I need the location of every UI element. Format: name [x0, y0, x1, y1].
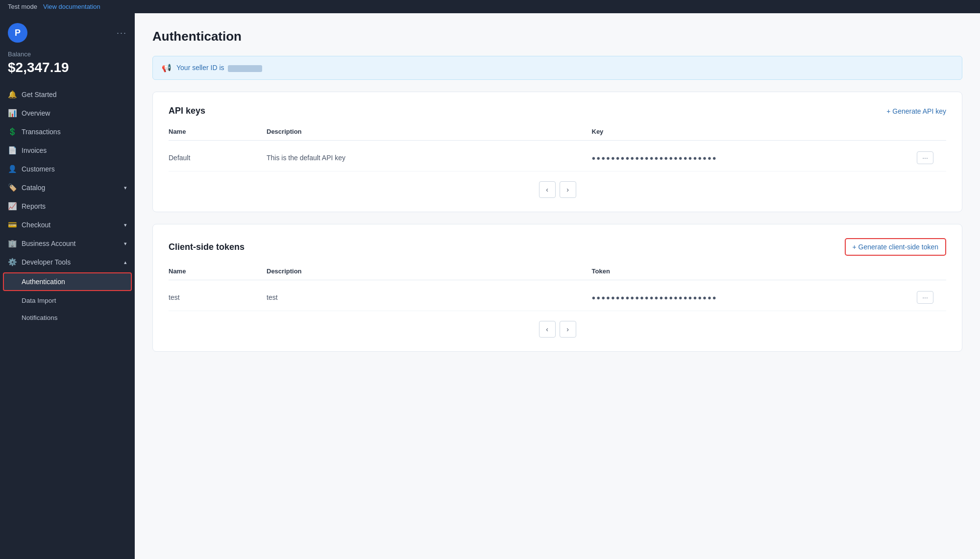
sidebar-item-label: Checkout: [22, 221, 50, 229]
client-token-more-button[interactable]: ···: [917, 291, 933, 304]
developer-tools-icon: ⚙️: [8, 258, 17, 267]
api-key-more-button[interactable]: ···: [917, 151, 933, 164]
client-tokens-header: Client-side tokens + Generate client-sid…: [169, 238, 946, 256]
api-key-row: Default This is the default API key ●●●●…: [169, 145, 946, 171]
sidebar-item-developer-tools[interactable]: ⚙️ Developer Tools ▴: [0, 253, 135, 271]
api-keys-pagination: ‹ ›: [169, 181, 946, 198]
sidebar-item-label: Business Account: [22, 240, 76, 247]
client-token-row: test test ●●●●●●●●●●●●●●●●●●●●●●●●●● ···: [169, 284, 946, 311]
col-name-header: Name: [169, 267, 267, 275]
client-tokens-table-header: Name Description Token: [169, 267, 946, 280]
balance-label: Balance: [8, 50, 127, 58]
chevron-down-icon: ▾: [124, 222, 127, 228]
sidebar-more-button[interactable]: ···: [117, 28, 127, 38]
sidebar-item-label: Overview: [22, 109, 50, 117]
api-keys-title: API keys: [169, 106, 205, 116]
test-mode-label: Test mode: [8, 3, 37, 10]
sidebar-item-get-started[interactable]: 🔔 Get Started: [0, 85, 135, 104]
sidebar-item-overview[interactable]: 📊 Overview: [0, 104, 135, 122]
sidebar-item-business-account[interactable]: 🏢 Business Account ▾: [0, 234, 135, 253]
balance-amount: $2,347.19: [8, 60, 127, 75]
balance-section: Balance $2,347.19: [0, 50, 135, 85]
catalog-icon: 🏷️: [8, 183, 17, 192]
generate-api-key-button[interactable]: + Generate API key: [886, 107, 946, 115]
business-account-icon: 🏢: [8, 239, 17, 248]
sidebar-item-label: Developer Tools: [22, 258, 71, 266]
col-description-header: Description: [267, 128, 592, 135]
col-name-header: Name: [169, 128, 267, 135]
sidebar-item-notifications[interactable]: Notifications: [0, 309, 135, 326]
client-tokens-card: Client-side tokens + Generate client-sid…: [152, 224, 962, 352]
sidebar-item-reports[interactable]: 📈 Reports: [0, 197, 135, 216]
checkout-icon: 💳: [8, 220, 17, 229]
next-page-button[interactable]: ›: [560, 181, 576, 198]
top-bar: Test mode View documentation: [0, 0, 980, 13]
api-key-name: Default: [169, 154, 267, 162]
notifications-label: Notifications: [22, 314, 58, 321]
chevron-up-icon: ▴: [124, 259, 127, 266]
generate-client-token-button[interactable]: + Generate client-side token: [845, 238, 947, 256]
sidebar-item-label: Customers: [22, 165, 55, 173]
view-docs-link[interactable]: View documentation: [43, 3, 100, 10]
sidebar-item-label: Get Started: [22, 91, 57, 98]
seller-id-banner: 📢 Your seller ID is: [152, 56, 962, 80]
client-token-value: ●●●●●●●●●●●●●●●●●●●●●●●●●●: [592, 294, 917, 301]
client-token-name: test: [169, 293, 267, 301]
data-import-label: Data Import: [22, 297, 56, 304]
sidebar-item-customers[interactable]: 👤 Customers: [0, 160, 135, 178]
col-key-header: Key: [592, 128, 917, 135]
sidebar-item-checkout[interactable]: 💳 Checkout ▾: [0, 216, 135, 234]
sidebar: P ··· Balance $2,347.19 🔔 Get Started 📊 …: [0, 13, 135, 559]
sidebar-header: P ···: [0, 13, 135, 50]
sidebar-item-transactions[interactable]: 💲 Transactions: [0, 122, 135, 141]
api-keys-card: API keys + Generate API key Name Descrip…: [152, 92, 962, 212]
col-description-header: Description: [267, 267, 592, 275]
get-started-icon: 🔔: [8, 90, 17, 99]
invoices-icon: 📄: [8, 146, 17, 155]
api-keys-header: API keys + Generate API key: [169, 106, 946, 116]
sidebar-item-label: Catalog: [22, 184, 45, 192]
api-key-description: This is the default API key: [267, 154, 592, 162]
speaker-icon: 📢: [162, 63, 172, 73]
overview-icon: 📊: [8, 109, 17, 118]
logo: P: [8, 23, 27, 43]
main-content: Authentication 📢 Your seller ID is API k…: [135, 13, 980, 559]
api-key-value: ●●●●●●●●●●●●●●●●●●●●●●●●●●: [592, 154, 917, 162]
customers-icon: 👤: [8, 165, 17, 173]
sidebar-item-invoices[interactable]: 📄 Invoices: [0, 141, 135, 160]
chevron-down-icon: ▾: [124, 241, 127, 247]
client-tokens-pagination: ‹ ›: [169, 321, 946, 338]
seller-id-masked: [228, 65, 262, 72]
sidebar-item-label: Transactions: [22, 128, 61, 136]
col-token-header: Token: [592, 267, 917, 275]
sidebar-item-label: Reports: [22, 202, 46, 210]
transactions-icon: 💲: [8, 127, 17, 136]
chevron-down-icon: ▾: [124, 185, 127, 191]
sidebar-item-label: Invoices: [22, 146, 47, 154]
sidebar-item-catalog[interactable]: 🏷️ Catalog ▾: [0, 178, 135, 197]
reports-icon: 📈: [8, 202, 17, 211]
api-keys-table-header: Name Description Key: [169, 128, 946, 141]
client-token-description: test: [267, 293, 592, 301]
sidebar-item-authentication[interactable]: Authentication: [3, 272, 132, 291]
prev-page-button[interactable]: ‹: [539, 181, 556, 198]
authentication-label: Authentication: [22, 278, 65, 286]
sidebar-item-data-import[interactable]: Data Import: [0, 292, 135, 309]
seller-id-text: Your seller ID is: [176, 64, 262, 72]
prev-page-button[interactable]: ‹: [539, 321, 556, 338]
client-tokens-title: Client-side tokens: [169, 242, 245, 252]
next-page-button[interactable]: ›: [560, 321, 576, 338]
page-title: Authentication: [152, 29, 962, 44]
